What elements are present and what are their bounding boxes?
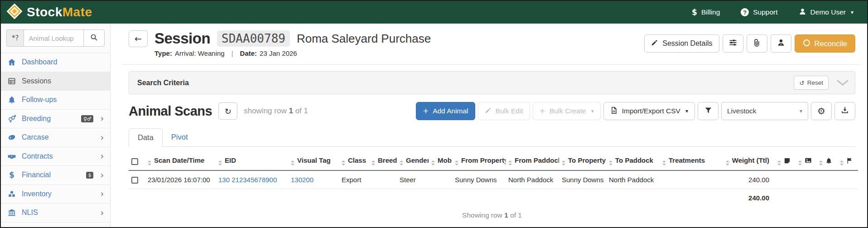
chevron-down-icon[interactable] xyxy=(836,79,849,87)
pencil-icon xyxy=(485,107,492,116)
col-visual-tag[interactable]: Visual Tag xyxy=(288,154,339,170)
assignee-button[interactable] xyxy=(771,34,791,53)
refresh-button[interactable]: ↻ xyxy=(218,102,237,120)
caret-down-icon: ▾ xyxy=(851,9,854,15)
stockmate-diamond-icon xyxy=(5,2,24,22)
bulk-create-button[interactable]: + Bulk Create ▾ xyxy=(533,102,601,120)
col-scan-datetime[interactable]: Scan Date/Time xyxy=(145,154,216,170)
col-from-paddock[interactable]: From Paddock xyxy=(506,154,559,170)
col-images[interactable] xyxy=(796,154,816,170)
table-totals-row: 240.00 xyxy=(129,189,858,207)
chevron-right-icon: › xyxy=(98,209,106,217)
brand-logo[interactable]: StockMate xyxy=(5,2,92,22)
chevron-right-icon: › xyxy=(98,152,106,160)
col-weight[interactable]: Weight (Ttl) xyxy=(712,154,775,170)
main-content: ← Session SDAA00789 Roma Saleyard Purcha… xyxy=(111,24,867,227)
settings-button[interactable]: ⚙ xyxy=(811,102,832,120)
cell-to-property: Sunny Downs xyxy=(559,170,606,189)
sidebar-nav: Dashboard Sessions Follow-ups Breeding ♀… xyxy=(1,53,110,223)
sidebar-item-contracts[interactable]: Contracts › xyxy=(1,147,110,166)
view-select[interactable]: Livestock ▾ xyxy=(721,102,808,120)
sidebar-item-dashboard[interactable]: Dashboard xyxy=(1,53,110,72)
meta-separator: | xyxy=(231,49,233,57)
sidebar-item-sessions[interactable]: Sessions xyxy=(1,72,110,91)
col-eid[interactable]: EID xyxy=(216,154,288,170)
cell-scan-datetime: 23/01/2026 16:07:00 xyxy=(145,170,216,189)
table-icon xyxy=(7,77,17,85)
download-button[interactable] xyxy=(834,102,855,120)
reset-icon: ↺ xyxy=(799,79,804,87)
col-notes[interactable] xyxy=(775,154,796,170)
chevron-right-icon: › xyxy=(98,171,106,179)
col-to-paddock[interactable]: To Paddock xyxy=(606,154,660,170)
animal-lookup-search-button[interactable] xyxy=(84,29,105,47)
sidebar-item-inventory[interactable]: Inventory › xyxy=(1,185,110,204)
attachments-button[interactable] xyxy=(747,34,767,53)
reconcile-button[interactable]: Reconcile xyxy=(795,34,855,53)
col-alerts[interactable] xyxy=(816,154,837,170)
col-to-property[interactable]: To Property xyxy=(559,154,606,170)
animal-scans-table: Scan Date/Time EID Visual Tag Class Bree… xyxy=(129,154,858,207)
select-all-checkbox[interactable] xyxy=(131,158,138,165)
col-class[interactable]: Class xyxy=(339,154,369,170)
sidebar-item-nlis[interactable]: NLIS › xyxy=(1,204,110,223)
breeding-icon xyxy=(7,115,17,123)
cell-to-paddock: North Paddock xyxy=(606,170,660,189)
showing-row-text: showing row 1 of 1 xyxy=(244,107,308,116)
header-divider xyxy=(122,64,861,65)
cell-eid: 130 212345678900 xyxy=(216,170,288,189)
cell-class: Export xyxy=(339,170,369,189)
tab-data[interactable]: Data xyxy=(129,128,163,147)
cell-mob xyxy=(429,170,452,189)
circle-icon xyxy=(803,39,810,49)
bank-icon xyxy=(7,209,17,217)
sidebar-item-follow-ups[interactable]: Follow-ups xyxy=(1,91,110,110)
cell-gender: Steer xyxy=(397,170,429,189)
chevron-right-icon: › xyxy=(98,189,106,198)
adjustments-button[interactable] xyxy=(723,34,743,53)
sidebar: *? Dashboard Sessions Follow-ups xyxy=(1,24,111,227)
import-export-csv-button[interactable]: Import/Export CSV ▾ xyxy=(603,102,695,120)
date-value: 23 Jan 2026 xyxy=(260,49,297,57)
cell-from-property: Sunny Downs xyxy=(452,170,506,189)
financial-badge: $ xyxy=(86,172,94,179)
add-animal-button[interactable]: + Add Animal xyxy=(416,102,475,120)
sidebar-item-breeding[interactable]: Breeding ♀♂ › xyxy=(1,110,110,129)
cell-treatments xyxy=(660,170,712,189)
home-icon xyxy=(7,58,17,66)
visual-tag-link[interactable]: 130200 xyxy=(291,176,313,184)
tab-pivot[interactable]: Pivot xyxy=(163,128,197,147)
col-gender[interactable]: Gender xyxy=(397,154,429,170)
col-from-property[interactable]: From Property xyxy=(452,154,506,170)
support-link[interactable]: ? Support xyxy=(741,8,777,16)
sidebar-item-carcase[interactable]: Carcase › xyxy=(1,128,110,147)
session-details-button[interactable]: Session Details xyxy=(644,34,719,53)
pencil-icon xyxy=(651,39,658,48)
col-flags[interactable] xyxy=(837,154,858,170)
col-treatments[interactable]: Treatments xyxy=(660,154,712,170)
user-menu[interactable]: Demo User ▾ xyxy=(799,8,854,17)
bulk-edit-button[interactable]: Bulk Edit xyxy=(478,102,530,120)
type-value: Arrival: Weaning xyxy=(175,49,225,57)
topbar: StockMate $ Billing ? Support Demo User … xyxy=(1,1,867,24)
row-checkbox[interactable] xyxy=(131,177,138,184)
eid-link[interactable]: 130 212345678900 xyxy=(218,176,277,184)
col-breed[interactable]: Breed xyxy=(369,154,397,170)
billing-link[interactable]: $ Billing xyxy=(692,8,720,17)
col-mob[interactable]: Mob xyxy=(429,154,452,170)
brand-name: StockMate xyxy=(27,5,92,19)
boxes-icon xyxy=(7,190,17,198)
animal-lookup-input[interactable] xyxy=(24,29,84,47)
dollar-icon: $ xyxy=(692,8,697,17)
topbar-nav: $ Billing ? Support Demo User ▾ xyxy=(692,8,854,17)
animal-scans-title: Animal Scans xyxy=(129,104,212,119)
scan-actions: + Add Animal Bulk Edit + Bulk Create ▾ xyxy=(416,102,855,120)
plus-icon: + xyxy=(540,107,545,115)
filter-button[interactable] xyxy=(698,102,719,120)
reset-button[interactable]: ↺ Reset xyxy=(794,76,829,90)
session-actions: Session Details Reconcile xyxy=(644,30,855,53)
search-criteria-title: Search Criteria xyxy=(137,79,189,87)
animal-scans-toolbar: Animal Scans ↻ showing row 1 of 1 + Add … xyxy=(129,102,855,120)
sidebar-item-financial[interactable]: $ Financial $ › xyxy=(1,166,110,185)
back-button[interactable]: ← xyxy=(129,30,148,47)
